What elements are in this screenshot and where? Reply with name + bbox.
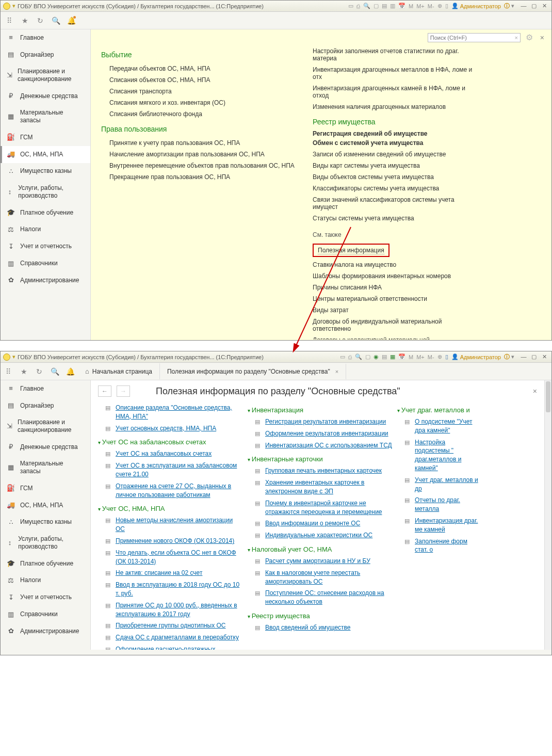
doc-link[interactable]: ▤Инвентаризация драг. ме камней <box>397 515 480 536</box>
close-icon[interactable]: × <box>538 34 546 42</box>
doc-link-text[interactable]: Что делать, если объекта ОС нет в ОКОФ (… <box>116 549 242 566</box>
sidebar-item[interactable]: ▥Справочники <box>1 606 90 623</box>
tb-icon[interactable]: ▤ <box>382 353 387 360</box>
search-input[interactable]: × <box>428 33 521 42</box>
sidebar-item[interactable]: ⛬Имущество казны <box>1 163 90 180</box>
doc-link[interactable]: ▤Учет драг. металлов и др <box>397 474 480 495</box>
doc-link[interactable]: ▤Хранение инвентарных карточек в электро… <box>248 477 392 497</box>
doc-link[interactable]: ▤Оформление результатов инвентаризации <box>248 428 392 440</box>
sidebar-item[interactable]: ↧Учет и отчетность <box>1 589 90 606</box>
tb-icon[interactable]: ▦ <box>390 353 395 360</box>
nav-link[interactable]: Инвентаризация драгоценных камней в НФА,… <box>313 83 478 101</box>
close-icon[interactable]: ✕ <box>540 353 549 360</box>
tab-close-icon[interactable]: × <box>335 368 338 375</box>
minimize-icon[interactable]: — <box>519 3 528 9</box>
doc-link[interactable]: ▤Принятие ОС до 10 000 руб., введенных в… <box>98 600 242 620</box>
sidebar-item[interactable]: ↧Учет и отчетность <box>1 238 90 255</box>
doc-link-text[interactable]: Ввод сведений об имуществе <box>265 623 350 632</box>
doc-link[interactable]: ▤Описание раздела "Основные средства, НМ… <box>98 402 242 423</box>
doc-link-text[interactable]: Приобретение группы однотипных ОС <box>116 621 225 630</box>
doc-link-text[interactable]: Поступление ОС: отнесение расходов на не… <box>265 589 392 606</box>
doc-link-text[interactable]: Хранение инвентарных карточек в электрон… <box>265 478 392 496</box>
search-icon[interactable]: 🔍 <box>51 16 60 25</box>
forward-button[interactable]: → <box>117 385 130 397</box>
sidebar-item[interactable]: ⇲Планирование и санкционирование <box>1 414 90 439</box>
nav-link[interactable]: Начисление амортизации прав пользования … <box>101 149 297 160</box>
doc-link[interactable]: ▤Новые методы начисления амортизации ОС <box>98 514 242 535</box>
minimize-icon[interactable]: — <box>519 353 528 360</box>
info-icon[interactable]: ⓘ <box>504 353 510 361</box>
doc-link-text[interactable]: Групповая печать инвентарных карточек <box>265 467 382 475</box>
apps-icon[interactable]: ⠿ <box>4 367 13 376</box>
group-title[interactable]: Реестр имущества <box>248 612 392 620</box>
doc-link-text[interactable]: Оформление расчетно-платежных <box>116 645 215 650</box>
tb-icon[interactable]: M- <box>428 3 434 9</box>
doc-link[interactable]: ▤Групповая печать инвентарных карточек <box>248 465 392 477</box>
sidebar-item[interactable]: ₽Денежные средства <box>1 439 90 456</box>
tab-home[interactable]: Начальная страница <box>78 363 160 379</box>
nav-link[interactable]: Статусы системы учета имущества <box>313 213 478 224</box>
tb-icon[interactable]: M <box>409 354 413 360</box>
doc-link-text[interactable]: Новые методы начисления амортизации ОС <box>116 516 242 534</box>
nav-link-bold[interactable]: Регистрация сведений об имуществе <box>313 130 478 137</box>
tb-icon[interactable]: ⊕ <box>437 353 442 360</box>
tb-icon[interactable]: M- <box>428 354 434 360</box>
sidebar-item[interactable]: ▦Материальные запасы <box>1 456 90 480</box>
group-title[interactable]: Налоговый учет ОС, НМА <box>248 545 392 553</box>
nav-link[interactable]: Настройки заполнения отчетов статистики … <box>313 45 478 64</box>
sidebar-item[interactable]: ⛬Имущество казны <box>1 514 90 531</box>
search-icon[interactable]: 🔍 <box>50 367 59 376</box>
nav-link[interactable]: Связи значений классификаторов системы у… <box>313 194 478 213</box>
doc-link-text[interactable]: Регистрация результатов инвентаризации <box>265 417 386 426</box>
dropdown-icon[interactable]: ▾ <box>511 353 514 360</box>
doc-link-text[interactable]: Описание раздела "Основные средства, НМА… <box>116 404 242 421</box>
nav-link[interactable]: Списания библиотечного фонда <box>101 108 297 120</box>
doc-link-text[interactable]: Отражение на счете 27 ОС, выданных в лич… <box>116 482 242 500</box>
doc-link-text[interactable]: Ввод в эксплуатацию в 2018 году ОС до 10… <box>116 581 242 598</box>
doc-link-text[interactable]: О подсистеме "Учет дра камней" <box>415 417 480 435</box>
bell-icon[interactable]: 🔔 <box>66 367 75 376</box>
doc-link[interactable]: ▤Учет ОС в эксплуатации на забалансовом … <box>98 460 242 480</box>
doc-link[interactable]: ▤Учет ОС на забалансовых счетах <box>98 448 242 460</box>
gear-icon[interactable]: ⚙ <box>524 33 535 42</box>
doc-link[interactable]: ▤Сдача ОС с драгметаллами в переработку <box>98 632 242 644</box>
back-button[interactable]: ← <box>98 385 111 397</box>
doc-link[interactable]: ▤Ввод информации о ремонте ОС <box>248 518 392 529</box>
sidebar-item[interactable]: ₽Денежные средства <box>1 88 90 105</box>
doc-link[interactable]: ▤О подсистеме "Учет дра камней" <box>397 416 480 437</box>
sidebar-item[interactable]: 🎓Платное обучение <box>1 204 90 221</box>
sidebar-item[interactable]: 🚚ОС, НМА, НПА <box>1 497 90 514</box>
sidebar-item[interactable]: ▥Справочники <box>1 255 90 272</box>
doc-link[interactable]: ▤Поступление ОС: отнесение расходов на н… <box>248 587 392 608</box>
doc-link-text[interactable]: Оформление результатов инвентаризации <box>265 429 388 438</box>
doc-link[interactable]: ▤Расчет сумм амортизации в НУ и БУ <box>248 555 392 567</box>
nav-link[interactable]: Причины списания НФА <box>313 282 478 293</box>
nav-link[interactable]: Принятие к учету прав пользования ОС, НП… <box>101 137 297 149</box>
doc-link[interactable]: ▤Почему в инвентарной карточке не отража… <box>248 497 392 518</box>
sidebar-item[interactable]: ⛽ГСМ <box>1 129 90 146</box>
sidebar-item[interactable]: ✿Администрирование <box>1 272 90 289</box>
group-title[interactable]: Инвентаризация <box>248 406 392 414</box>
sidebar-item[interactable]: 🚚ОС, НМА, НПА <box>1 146 90 163</box>
nav-link[interactable]: Инвентаризация драгоценных металлов в НФ… <box>313 64 478 83</box>
doc-link-text[interactable]: Почему в инвентарной карточке не отражаю… <box>265 499 392 517</box>
nav-link[interactable]: Изменения наличия драгоценных материалов <box>313 101 478 112</box>
maximize-icon[interactable]: ▢ <box>529 3 539 9</box>
close-icon[interactable]: × <box>533 387 537 395</box>
sidebar-item[interactable]: ▤Органайзер <box>1 397 90 414</box>
nav-link[interactable]: Шаблоны формирования инвентарных номеров <box>313 270 478 282</box>
doc-link-text[interactable]: Учет основных средств, НМА, НПА <box>116 424 216 433</box>
doc-link[interactable]: ▤Приобретение группы однотипных ОС <box>98 620 242 632</box>
tb-icon[interactable]: ⊕ <box>437 3 442 9</box>
sidebar-item[interactable]: ⚖Налоги <box>1 221 90 238</box>
sidebar-item[interactable]: ▤Органайзер <box>1 46 90 63</box>
scrollbar-vertical[interactable] <box>544 380 551 650</box>
nav-link[interactable]: Прекращение прав пользования ОС, НПА <box>101 171 297 183</box>
nav-link[interactable]: Виды затрат <box>313 304 478 316</box>
clear-icon[interactable]: × <box>514 35 517 41</box>
sidebar-item[interactable]: ≡Главное <box>1 29 90 46</box>
nav-link[interactable]: Виды карт системы учета имущества <box>313 160 478 171</box>
doc-link-text[interactable]: Применение нового ОКОФ (ОК 013-2014) <box>116 537 234 545</box>
doc-link[interactable]: ▤Заполнение форм стат. о <box>397 536 480 556</box>
doc-link[interactable]: ▤Отчеты по драг. металла <box>397 494 480 515</box>
